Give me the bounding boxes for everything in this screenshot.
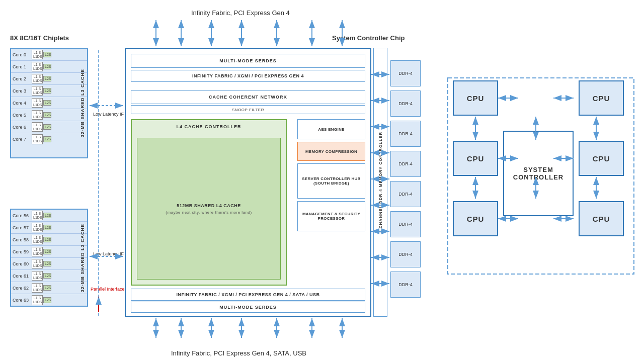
core-label: Core 60 <box>13 261 32 266</box>
l1i-cell: L1ISL1DS <box>32 247 43 256</box>
chiplet-group-bottom: Core 56 L1ISL1DS L2S Core 57 L1ISL1DS L2… <box>10 209 88 307</box>
l1i-cell: L1ISL1DS <box>32 235 43 244</box>
list-item: Core 62 L1ISL1DS L2S <box>11 282 87 294</box>
list-item: Core 57 L1ISL1DS L2S <box>11 222 87 234</box>
core-label: Core 4 <box>13 101 32 106</box>
l1i-cell: L1ISL1DS <box>32 122 43 132</box>
l2-cell: L2S <box>43 52 51 58</box>
l2-cell: L2S <box>43 136 51 142</box>
main-chip: MULTI-MODE SERDES INFINITY FABRIC / XGMI… <box>125 48 371 317</box>
l1i-cell: L1ISL1DS <box>32 271 43 281</box>
l4-cache-block: L4 CACHE CONTROLLER 512MB SHARED L4 CACH… <box>131 119 287 286</box>
system-controller-title: System Controller Chip <box>332 34 405 42</box>
list-item: Core 3 L1ISL1DS L2S <box>11 85 87 97</box>
l2-cell: L2S <box>43 88 51 94</box>
list-item: Core 63 L1ISL1DS L2S <box>11 294 87 306</box>
parallel-interface-label: Parallel Interface? <box>91 287 127 292</box>
core-label: Core 62 <box>13 286 32 291</box>
l4-cache-512mb-label: 512MB SHARED L4 CACHE <box>177 203 241 208</box>
memory-controller-col: 8 CHANNEL DDR-4 MEMORY CONTROLLER <box>373 48 387 317</box>
l4-cache-main: 512MB SHARED L4 CACHE (maybe next city, … <box>137 138 281 280</box>
serdes-bottom: MULTI-MODE SERDES <box>131 302 365 313</box>
list-item: Core 4 L1ISL1DS L2S <box>11 97 87 109</box>
core-label: Core 7 <box>13 137 32 142</box>
ddr-column: DDR-4DDR-4DDR-4DDR-4DDR-4DDR-4DDR-4DDR-4 <box>390 60 421 302</box>
chiplet-group-top: Core 0 L1ISL1DS L2S Core 1 L1ISL1DS L2S … <box>10 48 88 158</box>
ddr-slot: DDR-4 <box>390 241 421 267</box>
core-label: Core 0 <box>13 52 32 57</box>
right-panels: AES ENGINE MEMORY COMPRESSION SERVER CON… <box>297 119 365 286</box>
cpu-box-top-right: CPU <box>579 80 624 116</box>
l2-cell: L2S <box>43 213 51 219</box>
system-controller-area: CPU CPU CPU CPU CPU CPU SYSTEM CONTROLLE… <box>453 80 624 266</box>
l3-top-label: 32-MB SHARED L3 CACHE <box>79 51 86 155</box>
infinity-fabric-top: INFINITY FABRIC / XGMI / PCI EXPRESS GEN… <box>131 70 365 82</box>
l1i-cell: L1ISL1DS <box>32 259 43 268</box>
core-label: Core 1 <box>13 64 32 69</box>
system-controller-center: SYSTEM CONTROLLER <box>503 131 574 216</box>
core-label: Core 63 <box>13 298 32 303</box>
low-latency-if-top: Low Latency IF <box>93 112 124 117</box>
l2-cell: L2S <box>43 249 51 255</box>
bottom-fabric-label: Infinity Fabric, PCI Express Gen 4, SATA… <box>171 349 306 357</box>
l2-cell: L2S <box>43 64 51 70</box>
serdes-top: MULTI-MODE SERDES <box>131 54 365 68</box>
l1i-cell: L1ISL1DS <box>32 283 43 293</box>
l1i-cell: L1ISL1DS <box>32 223 43 232</box>
management-security-panel: MANAGEMENT & SECURITY PROCESSOR <box>297 201 365 231</box>
core-label: Core 6 <box>13 125 32 130</box>
list-item: Core 0 L1ISL1DS L2S <box>11 49 87 61</box>
cpu-box-mid-left: CPU <box>453 141 498 176</box>
core-label: Core 59 <box>13 249 32 254</box>
list-item: Core 60 L1ISL1DS L2S <box>11 258 87 270</box>
list-item: Core 5 L1ISL1DS L2S <box>11 109 87 121</box>
ddr-slot: DDR-4 <box>390 272 421 298</box>
list-item: Core 2 L1ISL1DS L2S <box>11 73 87 85</box>
aes-engine-panel: AES ENGINE <box>297 119 365 139</box>
l1i-cell: L1ISL1DS <box>32 295 43 305</box>
core-label: Core 3 <box>13 88 32 94</box>
diagram-container: Infinity Fabric, PCI Express Gen 4 Infin… <box>0 0 644 362</box>
list-item: Core 56 L1ISL1DS L2S <box>11 210 87 222</box>
cpu-box-bot-left: CPU <box>453 201 498 236</box>
ddr-slot: DDR-4 <box>390 90 421 117</box>
ddr-slot: DDR-4 <box>390 211 421 237</box>
l2-cell: L2S <box>43 100 51 106</box>
l2-cell: L2S <box>43 297 51 303</box>
l2-cell: L2S <box>43 237 51 243</box>
memory-compression-panel: MEMORY COMPRESSION <box>297 142 365 161</box>
core-label: Core 5 <box>13 113 32 118</box>
l2-cell: L2S <box>43 285 51 291</box>
l2-cell: L2S <box>43 261 51 267</box>
cpu-box-mid-right: CPU <box>579 141 624 176</box>
l1i-cell: L1ISL1DS <box>32 62 43 71</box>
snoop-filter: SNOOP FILTER <box>131 105 365 114</box>
server-controller-panel: SERVER CONTROLLER HUB (SOUTH BRIDGE) <box>297 163 365 199</box>
l1i-cell: L1ISL1DS <box>32 98 43 108</box>
cache-coherent-network: CACHE COHERENT NETWORK <box>131 90 365 104</box>
list-item: Core 7 L1ISL1DS L2S <box>11 133 87 145</box>
l1i-cell: L1ISL1DS <box>32 134 43 144</box>
l4-controller-label: L4 CACHE CONTROLLER <box>132 120 286 129</box>
l1i-cell: L1ISL1DS <box>32 50 43 59</box>
list-item: Core 61 L1ISL1DS L2S <box>11 270 87 282</box>
core-label: Core 58 <box>13 237 32 242</box>
l1i-cell: L1ISL1DS <box>32 110 43 120</box>
chiplets-title: 8X 8C/16T Chiplets <box>10 34 69 42</box>
core-label: Core 61 <box>13 274 32 279</box>
cpu-box-top-left: CPU <box>453 80 498 116</box>
list-item: Core 1 L1ISL1DS L2S <box>11 61 87 73</box>
list-item: Core 6 L1ISL1DS L2S <box>11 121 87 133</box>
l2-cell: L2S <box>43 273 51 279</box>
l2-cell: L2S <box>43 112 51 118</box>
core-label: Core 56 <box>13 213 32 218</box>
core-label: Core 2 <box>13 76 32 81</box>
list-item: Core 59 L1ISL1DS L2S <box>11 246 87 258</box>
top-fabric-label: Infinity Fabric, PCI Express Gen 4 <box>191 9 290 17</box>
low-latency-if-bottom: Low Latency IF <box>93 251 124 256</box>
mem-ctrl-label: 8 CHANNEL DDR-4 MEMORY CONTROLLER <box>378 132 383 233</box>
infinity-fabric-bottom: INFINITY FABRIC / XGMI / PCI EXPRESS GEN… <box>131 289 365 301</box>
l2-cell: L2S <box>43 124 51 130</box>
l4-cache-note: (maybe next city, where there's more lan… <box>166 210 252 215</box>
ddr-slot: DDR-4 <box>390 151 421 177</box>
